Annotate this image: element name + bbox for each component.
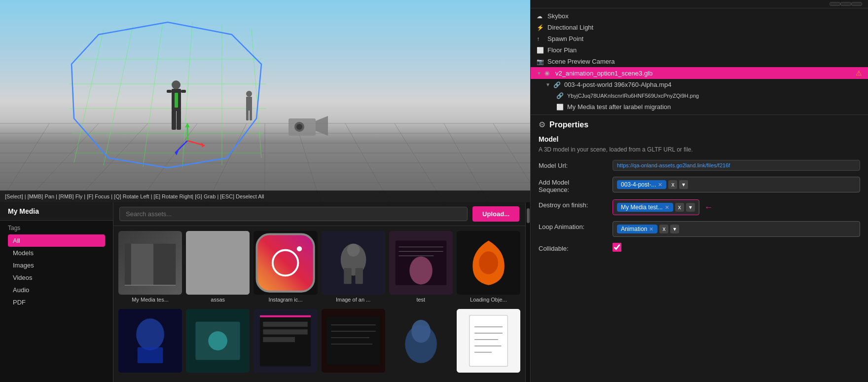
svg-rect-83 bbox=[263, 329, 308, 334]
tag-remove-x3[interactable]: ✕ bbox=[649, 226, 653, 232]
model-url-value: https://qa-onland-assets.go2land.link/fi… bbox=[613, 160, 860, 171]
hierarchy-item-glb[interactable]: ▼ ◉ v2_animation_option1_scene3.glb ⚠ bbox=[531, 67, 868, 79]
panel-tab-btn-1[interactable] bbox=[830, 2, 840, 6]
tag-remove-x[interactable]: ✕ bbox=[658, 182, 662, 188]
model-icon: ◉ bbox=[544, 70, 552, 76]
hierarchy-item-directional-light[interactable]: ⚡ Directional Light bbox=[531, 22, 868, 33]
asset-item[interactable] bbox=[253, 309, 317, 377]
svg-rect-82 bbox=[263, 322, 308, 327]
hierarchy-item-scene-preview[interactable]: 📷 Scene Preview Camera bbox=[531, 56, 868, 67]
tag-remove-x2[interactable]: ✕ bbox=[665, 204, 669, 211]
svg-rect-64 bbox=[355, 268, 362, 284]
tag-images[interactable]: Images bbox=[8, 259, 105, 271]
prop-model-url: Model Url: https://qa-onland-assets.go2l… bbox=[539, 160, 860, 171]
asset-thumbnail bbox=[389, 231, 453, 295]
hierarchy-item-floor-plan[interactable]: ⬜ Floor Plan bbox=[531, 44, 868, 56]
tag-pdf[interactable]: PDF bbox=[8, 296, 105, 308]
collapse-arrow[interactable]: ▼ bbox=[537, 71, 542, 76]
collidable-checkbox[interactable] bbox=[613, 243, 621, 252]
viewport-canvas[interactable]: [Select] | [MMB] Pan | [RMB] Fly | [F] F… bbox=[0, 0, 530, 202]
hierarchy-item-label: Directional Light bbox=[547, 24, 593, 31]
asset-item[interactable] bbox=[457, 309, 520, 377]
svg-point-75 bbox=[136, 318, 164, 350]
asset-thumbnail bbox=[118, 231, 182, 295]
loop-x-btn[interactable]: x bbox=[659, 225, 668, 233]
svg-line-21 bbox=[104, 25, 133, 165]
background-character bbox=[242, 89, 256, 123]
loop-value: Animation ✕ x ▾ bbox=[613, 221, 860, 237]
asset-thumbnail bbox=[457, 309, 520, 373]
svg-rect-51 bbox=[246, 110, 249, 120]
asset-item[interactable]: My Media tes... bbox=[118, 231, 182, 305]
asset-item[interactable] bbox=[118, 309, 182, 377]
prop-model-seq: Add ModelSequence: 003-4-post-... ✕ x ▾ bbox=[539, 177, 860, 193]
prop-collidable: Collidable: bbox=[539, 243, 860, 254]
svg-point-33 bbox=[172, 80, 181, 89]
asset-label: My Media tes... bbox=[132, 297, 169, 303]
asset-thumbnail bbox=[186, 231, 250, 295]
hierarchy-item-mp4[interactable]: ▼ 🔗 003-4-post-world 396x760-Alpha.mp4 bbox=[531, 79, 868, 90]
asset-item[interactable]: assas bbox=[186, 231, 250, 305]
panel-tab-btn-3[interactable] bbox=[851, 2, 862, 6]
loop-dropdown-btn[interactable]: ▾ bbox=[670, 225, 679, 233]
asset-thumbnail bbox=[322, 309, 385, 373]
hierarchy-item-png[interactable]: 🔗 YbyjCJuq78UAKnIscnrIRu6HNF569UxcPnyZQi… bbox=[531, 90, 868, 101]
model-seq-tag: 003-4-post-... ✕ bbox=[617, 180, 666, 189]
panel-tab-btn-2[interactable] bbox=[840, 2, 851, 6]
properties-title: Properties bbox=[549, 120, 588, 129]
svg-point-48 bbox=[296, 124, 302, 130]
svg-point-65 bbox=[347, 244, 360, 257]
top-panel-row bbox=[531, 0, 868, 8]
asset-item[interactable]: test bbox=[389, 231, 453, 305]
hierarchy-item-my-media[interactable]: ⬜ My Media test after larabel migration bbox=[531, 101, 868, 113]
hierarchy-item-label: Skybox bbox=[547, 12, 569, 20]
svg-rect-87 bbox=[326, 316, 380, 365]
asset-main: Upload... My Media tes... assas bbox=[113, 202, 525, 382]
spawn-icon: ↑ bbox=[537, 36, 544, 42]
seq-dropdown-btn[interactable]: ▾ bbox=[679, 180, 688, 189]
hierarchy-item-label: Spawn Point bbox=[547, 35, 583, 42]
asset-item[interactable]: Instagram ic... bbox=[253, 231, 317, 305]
link2-icon: 🔗 bbox=[556, 92, 564, 99]
asset-item[interactable] bbox=[322, 309, 385, 377]
floating-object bbox=[286, 111, 330, 141]
hierarchy-item-skybox[interactable]: ☁ Skybox bbox=[531, 10, 868, 22]
svg-rect-37 bbox=[181, 90, 186, 93]
tag-all[interactable]: All bbox=[8, 234, 105, 247]
skybox-icon: ☁ bbox=[537, 13, 544, 20]
scrollbar[interactable] bbox=[525, 202, 530, 382]
tags-section: Tags All Models Images Videos Audio PDF bbox=[0, 221, 113, 312]
tag-models[interactable]: Models bbox=[8, 247, 105, 259]
model-url-field[interactable]: https://qa-onland-assets.go2land.link/fi… bbox=[613, 160, 860, 171]
upload-button[interactable]: Upload... bbox=[472, 206, 519, 222]
destroy-x-btn[interactable]: x bbox=[675, 203, 684, 212]
svg-rect-54 bbox=[131, 244, 153, 285]
svg-rect-56 bbox=[186, 231, 250, 295]
tag-videos[interactable]: Videos bbox=[8, 271, 105, 284]
asset-item[interactable]: Loading Obje... bbox=[457, 231, 520, 305]
model-seq-value: 003-4-post-... ✕ x ▾ bbox=[613, 177, 860, 192]
tag-audio[interactable]: Audio bbox=[8, 284, 105, 296]
asset-item[interactable]: Image of an ... bbox=[322, 231, 385, 305]
svg-rect-50 bbox=[246, 97, 252, 111]
link-icon: 🔗 bbox=[553, 81, 561, 88]
asset-item[interactable] bbox=[389, 309, 453, 377]
asset-thumbnail bbox=[253, 309, 317, 373]
asset-label: Image of an ... bbox=[336, 297, 370, 303]
svg-rect-85 bbox=[260, 315, 311, 317]
asset-grid: My Media tes... assas bbox=[113, 226, 525, 382]
seq-x-btn[interactable]: x bbox=[668, 180, 677, 189]
destroy-dropdown-btn[interactable]: ▾ bbox=[686, 203, 695, 212]
search-input[interactable] bbox=[119, 207, 468, 221]
svg-point-49 bbox=[246, 91, 252, 97]
asset-item[interactable] bbox=[186, 309, 250, 377]
collapse-arrow-2[interactable]: ▼ bbox=[545, 82, 550, 87]
asset-label: Instagram ic... bbox=[268, 297, 302, 303]
collidable-value bbox=[613, 243, 860, 254]
controls-bar: [Select] | [MMB] Pan | [RMB] Fly | [F] F… bbox=[0, 191, 530, 202]
asset-thumbnail bbox=[322, 231, 385, 295]
svg-rect-58 bbox=[257, 234, 314, 291]
svg-rect-96 bbox=[470, 315, 508, 366]
hierarchy-item-spawn-point[interactable]: ↑ Spawn Point bbox=[531, 33, 868, 44]
hierarchy-item-label: v2_animation_option1_scene3.glb bbox=[555, 70, 652, 77]
